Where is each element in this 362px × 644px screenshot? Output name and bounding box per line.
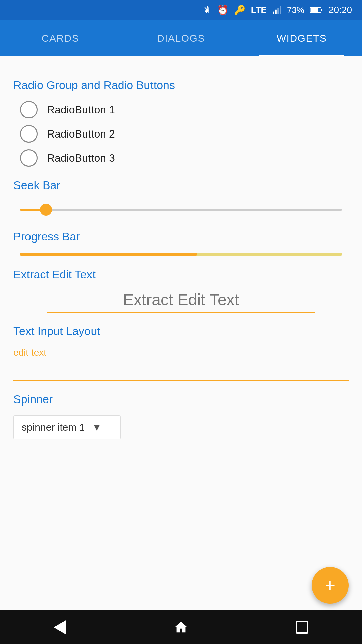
radio-item-1[interactable]: RadioButton 1 [20,101,349,118]
spinner-section: Spinner spinner item 1 ▼ [13,393,349,439]
radio-label-1: RadioButton 1 [47,104,115,116]
radio-label-2: RadioButton 2 [47,128,115,140]
status-icons: ⏰ 🔑 LTE 73% [202,5,322,16]
radio-group-title: Radio Group and Radio Buttons [13,78,349,92]
chevron-down-icon: ▼ [92,422,102,433]
status-bar: ⏰ 🔑 LTE 73% 20:20 [0,0,362,20]
radio-item-2[interactable]: RadioButton 2 [20,125,349,143]
extract-edit-input[interactable] [47,290,315,313]
bluetooth-icon [202,5,212,15]
tab-widgets[interactable]: WIDGETS [241,20,362,56]
battery-text: 73% [287,5,304,15]
radio-button-1[interactable] [20,101,38,118]
svg-rect-0 [273,12,274,14]
progress-fill [20,253,197,256]
radio-label-3: RadioButton 3 [47,152,115,164]
signal-bars-icon [272,5,282,15]
text-input-layout-title: Text Input Layout [13,325,349,338]
tab-cards[interactable]: CARDS [0,20,121,56]
battery-icon [310,6,322,14]
seek-bar[interactable] [20,201,342,218]
progress-bar-title: Progress Bar [13,230,349,243]
tab-dialogs[interactable]: DIALOGS [121,20,241,56]
svg-rect-1 [275,10,277,14]
fab-add-icon: + [325,577,335,594]
recents-square-icon [296,621,308,634]
spinner-title: Spinner [13,393,349,406]
radio-group: RadioButton 1 RadioButton 2 RadioButton … [20,101,349,167]
text-input-field[interactable] [13,359,349,381]
back-arrow-icon [54,620,66,635]
spinner-value: spinner item 1 [22,422,85,433]
extract-edit-section [13,290,349,313]
text-input-layout-section: Text Input Layout edit text [13,325,349,381]
nav-back-button[interactable] [54,620,66,635]
radio-item-3[interactable]: RadioButton 3 [20,149,349,167]
radio-button-2[interactable] [20,125,38,143]
tab-bar: CARDS DIALOGS WIDGETS [0,20,362,56]
navigation-bar [0,610,362,644]
home-icon [173,620,189,635]
nav-home-button[interactable] [173,620,189,635]
vpn-key-icon: 🔑 [234,5,246,16]
spinner-dropdown[interactable]: spinner item 1 ▼ [13,415,121,439]
signal-icon: LTE [251,5,267,15]
seek-track [20,209,342,211]
svg-rect-3 [280,6,281,14]
svg-rect-2 [277,8,279,14]
svg-rect-6 [310,8,318,12]
extract-edit-title: Extract Edit Text [13,268,349,281]
progress-bar [20,253,342,256]
time-display: 20:20 [328,5,352,15]
fab-button[interactable]: + [312,567,349,604]
nav-recents-button[interactable] [296,621,308,634]
seek-thumb[interactable] [40,204,52,216]
main-content: Radio Group and Radio Buttons RadioButto… [0,56,362,644]
radio-button-3[interactable] [20,149,38,167]
svg-rect-5 [321,9,322,11]
text-input-hint: edit text [13,347,349,358]
alarm-icon: ⏰ [217,5,229,16]
seek-bar-title: Seek Bar [13,179,349,192]
